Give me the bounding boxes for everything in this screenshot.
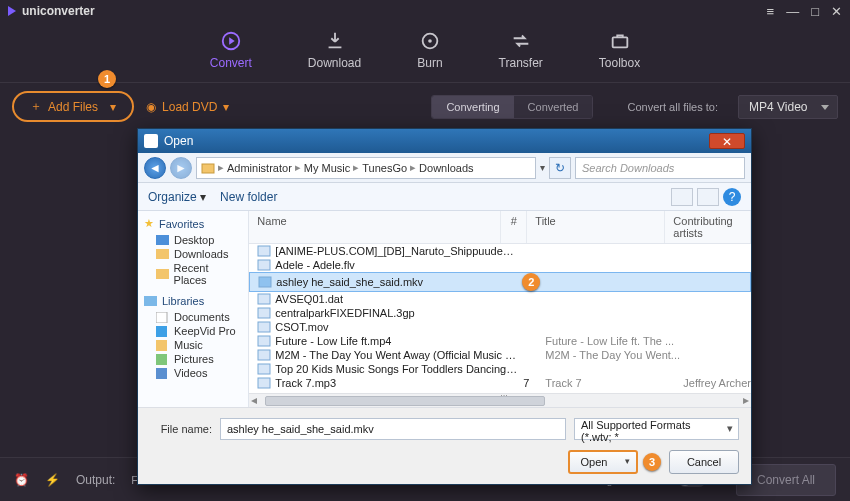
cancel-button[interactable]: Cancel [669, 450, 739, 474]
tree-pictures[interactable]: Pictures [144, 352, 242, 366]
file-row[interactable]: Adele - Adele.flv [249, 258, 751, 272]
tab-label: Download [308, 56, 361, 70]
file-row[interactable]: centralparkFIXEDFINAL.3gp [249, 306, 751, 320]
file-row[interactable]: ashley he_said_she_said.mkv2 [249, 272, 751, 292]
seg-converting[interactable]: Converting [432, 96, 513, 118]
file-row[interactable]: AVSEQ01.dat [249, 292, 751, 306]
toolbar: ＋ Add Files ▾ ◉ Load DVD ▾ Converting Co… [0, 83, 850, 130]
svg-rect-20 [258, 336, 270, 346]
file-row[interactable]: [ANIME-PLUS.COM]_[DB]_Naruto_Shippuuden_… [249, 244, 751, 258]
tree-documents[interactable]: Documents [144, 310, 242, 324]
crumb[interactable]: Administrator [227, 162, 292, 174]
dialog-toolbar: Organize New folder ? [138, 183, 751, 211]
file-icon [257, 245, 271, 257]
tree-group-favorites[interactable]: ★Favorites [144, 217, 242, 230]
minimize-icon[interactable]: — [786, 4, 799, 19]
search-input[interactable]: Search Downloads [575, 157, 745, 179]
add-files-button[interactable]: ＋ Add Files ▾ [12, 91, 134, 122]
file-row[interactable]: Top 20 Kids Music Songs For Toddlers Dan… [249, 362, 751, 376]
file-row[interactable]: Track 7.mp37Track 7Jeffrey Archer [249, 376, 751, 390]
tree-music[interactable]: Music [144, 338, 242, 352]
callout-badge-2: 2 [522, 273, 540, 291]
open-button[interactable]: Open [568, 450, 638, 474]
tab-burn[interactable]: Burn [417, 30, 442, 70]
column-headers[interactable]: Name # Title Contributing artists [249, 211, 751, 244]
maximize-icon[interactable]: □ [811, 4, 819, 19]
breadcrumb[interactable]: ▸ Administrator▸ My Music▸ TunesGo▸ Down… [196, 157, 536, 179]
view-mode-button[interactable] [671, 188, 693, 206]
svg-rect-14 [258, 246, 270, 256]
file-icon [257, 349, 271, 361]
tab-download[interactable]: Download [308, 30, 361, 70]
dialog-close-button[interactable]: ✕ [709, 133, 745, 149]
menu-icon[interactable]: ≡ [767, 4, 775, 19]
col-title[interactable]: Title [527, 211, 665, 243]
col-artist[interactable]: Contributing artists [665, 211, 751, 243]
svg-rect-4 [202, 164, 214, 173]
callout-badge-1: 1 [98, 70, 116, 88]
svg-rect-21 [258, 350, 270, 360]
output-label: Output: [76, 473, 115, 487]
app-logo-icon [8, 6, 16, 16]
plus-icon: ＋ [30, 98, 42, 115]
file-row[interactable]: CSOT.mov [249, 320, 751, 334]
svg-rect-8 [144, 296, 157, 306]
format-select[interactable]: MP4 Video [738, 95, 838, 119]
scroll-thumb[interactable] [265, 396, 545, 406]
file-filter-select[interactable]: All Supported Formats (*.wtv; * [574, 418, 739, 440]
svg-rect-23 [258, 378, 270, 388]
preview-pane-button[interactable] [697, 188, 719, 206]
col-num[interactable]: # [501, 211, 527, 243]
crumb[interactable]: TunesGo [362, 162, 407, 174]
file-name: M2M - The Day You Went Away (Official Mu… [275, 349, 519, 361]
tree-recent[interactable]: Recent Places [144, 261, 242, 287]
organize-menu[interactable]: Organize [148, 190, 206, 204]
file-artist: Jeffrey Archer [683, 377, 751, 389]
refresh-button[interactable]: ↻ [549, 157, 571, 179]
clock-icon[interactable]: ⏰ [14, 473, 29, 487]
bolt-icon[interactable]: ⚡ [45, 473, 60, 487]
back-button[interactable]: ◄ [144, 157, 166, 179]
tree-group-libraries[interactable]: Libraries [144, 295, 242, 307]
file-rows: [ANIME-PLUS.COM]_[DB]_Naruto_Shippuuden_… [249, 244, 751, 393]
tree-downloads[interactable]: Downloads [144, 247, 242, 261]
close-icon[interactable]: ✕ [831, 4, 842, 19]
help-button[interactable]: ? [723, 188, 741, 206]
dialog-titlebar[interactable]: Open ✕ [138, 129, 751, 153]
file-name: ashley he_said_she_said.mkv [276, 276, 520, 288]
svg-rect-18 [258, 308, 270, 318]
titlebar: uniconverter ≡ — □ ✕ [0, 0, 850, 22]
tab-convert[interactable]: Convert [210, 30, 252, 70]
tab-transfer[interactable]: Transfer [499, 30, 543, 70]
file-name: centralparkFIXEDFINAL.3gp [275, 307, 519, 319]
tab-label: Toolbox [599, 56, 640, 70]
tree-keepvid[interactable]: KeepVid Pro [144, 324, 242, 338]
tree-desktop[interactable]: Desktop [144, 233, 242, 247]
file-row[interactable]: Future - Low Life ft.mp4Future - Low Lif… [249, 334, 751, 348]
file-title: Track 7 [545, 377, 683, 389]
tab-label: Burn [417, 56, 442, 70]
svg-rect-19 [258, 322, 270, 332]
disc-icon: ◉ [146, 100, 156, 114]
nav-tree: ★Favorites Desktop Downloads Recent Plac… [138, 211, 249, 407]
filename-input[interactable] [220, 418, 566, 440]
forward-button[interactable]: ► [170, 157, 192, 179]
h-scrollbar[interactable]: ||| [249, 393, 751, 407]
seg-converted[interactable]: Converted [514, 96, 593, 118]
new-folder-button[interactable]: New folder [220, 190, 277, 204]
convert-icon [220, 30, 242, 52]
dialog-body: ★Favorites Desktop Downloads Recent Plac… [138, 211, 751, 407]
app-title: uniconverter [22, 4, 95, 18]
load-dvd-button[interactable]: ◉ Load DVD ▾ [146, 100, 229, 114]
tree-videos[interactable]: Videos [144, 366, 242, 380]
dialog-nav: ◄ ► ▸ Administrator▸ My Music▸ TunesGo▸ … [138, 153, 751, 183]
load-dvd-label: Load DVD [162, 100, 217, 114]
convert-segmented: Converting Converted [431, 95, 593, 119]
crumb[interactable]: My Music [304, 162, 350, 174]
col-name[interactable]: Name [249, 211, 501, 243]
crumb[interactable]: Downloads [419, 162, 473, 174]
add-files-label: Add Files [48, 100, 98, 114]
tab-label: Convert [210, 56, 252, 70]
file-row[interactable]: M2M - The Day You Went Away (Official Mu… [249, 348, 751, 362]
tab-toolbox[interactable]: Toolbox [599, 30, 640, 70]
